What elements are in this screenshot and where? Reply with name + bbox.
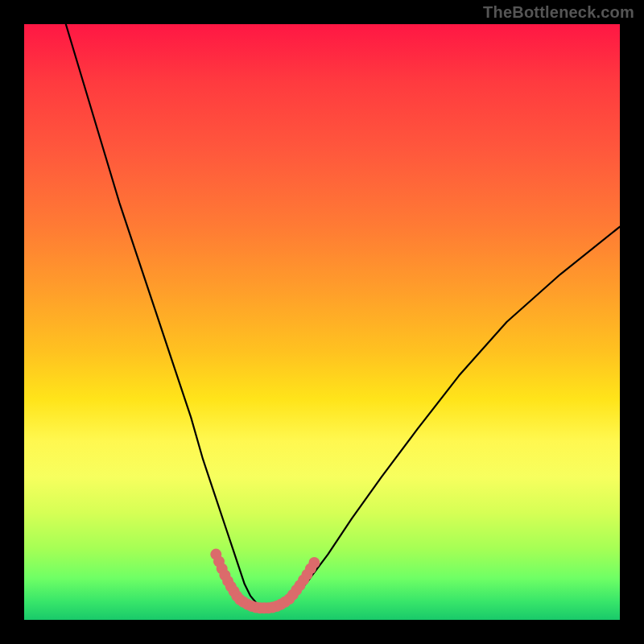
results-overlay: [210, 549, 320, 614]
watermark-text: TheBottleneck.com: [483, 3, 634, 22]
chart-frame: TheBottleneck.com: [0, 0, 644, 644]
bottleneck-curve: [66, 24, 620, 608]
plot-area: [24, 24, 620, 620]
overlay-dot: [308, 557, 320, 568]
curve-layer: [24, 24, 620, 620]
